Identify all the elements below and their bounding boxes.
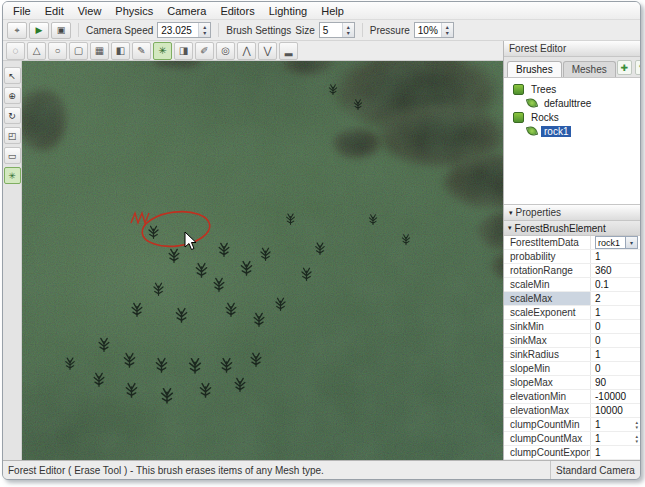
- scale-tool[interactable]: ◰: [4, 127, 21, 144]
- property-row-slopeMin[interactable]: slopeMin0: [504, 362, 640, 376]
- property-value-text[interactable]: 1: [595, 447, 601, 458]
- viewport[interactable]: [22, 61, 503, 460]
- property-row-sinkMin[interactable]: sinkMin0: [504, 320, 640, 334]
- property-value-text[interactable]: 10000: [595, 405, 623, 416]
- paint-fill-tool[interactable]: ◧: [111, 42, 130, 60]
- property-label: probability: [504, 250, 591, 263]
- editor-column: ◌△○▢▦◧✎✳◨✐◎⋀⋁▂ ↖⊕↻◰▭✳: [3, 41, 503, 460]
- menu-file[interactable]: File: [6, 4, 38, 18]
- property-row-sinkRadius[interactable]: sinkRadius1: [504, 348, 640, 362]
- property-value-text[interactable]: 1: [595, 419, 601, 430]
- select-items-tool[interactable]: ✐: [195, 42, 214, 60]
- brush-paint-tool[interactable]: ✎: [132, 42, 151, 60]
- property-row-clumpCountMin[interactable]: clumpCountMin1▴▾: [504, 418, 640, 432]
- vegetation-sprite: [299, 266, 314, 281]
- property-row-sinkMax[interactable]: sinkMax0: [504, 334, 640, 348]
- forest-item-data-dropdown[interactable]: rock1▾: [595, 236, 638, 249]
- translate-tool[interactable]: ⊕: [4, 87, 21, 104]
- vegetation-sprite: [211, 276, 227, 292]
- flatten-tool[interactable]: ▂: [279, 42, 298, 60]
- section-forestbrushelement[interactable]: ▾ ForestBrushElement: [504, 221, 640, 236]
- spinner-arrows-icon[interactable]: ▴▾: [198, 23, 210, 37]
- menu-editors[interactable]: Editors: [213, 4, 261, 18]
- property-row-probability[interactable]: probability1: [504, 250, 640, 264]
- property-value-text[interactable]: -10000: [595, 391, 626, 402]
- property-row-scaleMax[interactable]: scaleMax2: [504, 292, 640, 306]
- property-row-clumpCountExponent[interactable]: clumpCountExponent1: [504, 446, 640, 460]
- select-arrow-tool[interactable]: ↖: [4, 67, 21, 84]
- tab-meshes[interactable]: Meshes: [563, 61, 616, 77]
- erase-selected-tool[interactable]: ◨: [174, 42, 193, 60]
- property-value-text[interactable]: 0: [595, 321, 601, 332]
- property-row-elevationMin[interactable]: elevationMin-10000: [504, 390, 640, 404]
- property-value-text[interactable]: 2: [595, 293, 601, 304]
- spinner-arrows-icon[interactable]: ▴▾: [342, 23, 354, 37]
- menu-camera[interactable]: Camera: [160, 4, 213, 18]
- properties-title[interactable]: ▾ Properties: [504, 205, 640, 221]
- dropdown-arrow-icon[interactable]: ▾: [625, 237, 637, 248]
- tree-node-rock1[interactable]: rock1: [504, 124, 640, 138]
- new-element-icon[interactable]: ✎: [635, 60, 641, 75]
- property-row-scaleMin[interactable]: scaleMin0.1: [504, 278, 640, 292]
- menu-lighting[interactable]: Lighting: [262, 4, 315, 18]
- ruler-tool[interactable]: ▭: [4, 147, 21, 164]
- property-value: 2: [591, 292, 640, 305]
- property-value-text[interactable]: 0: [595, 363, 601, 374]
- property-value-text[interactable]: 1: [595, 433, 601, 444]
- camera-mode[interactable]: Standard Camera: [551, 461, 640, 479]
- brush-tree: TreesdefaulttreeRocksrock1: [504, 78, 640, 205]
- lower-terrain-tool[interactable]: ⋁: [258, 42, 277, 60]
- vegetation-sprite: [121, 351, 138, 368]
- property-label: scaleExponent: [504, 306, 591, 319]
- tree-node-Rocks[interactable]: Rocks: [504, 110, 640, 124]
- stepper-icon[interactable]: ▴▾: [635, 420, 638, 430]
- rotate-tool[interactable]: ↻: [4, 107, 21, 124]
- play-icon[interactable]: ▶: [29, 22, 49, 39]
- property-value-text[interactable]: 1: [595, 251, 601, 262]
- tree-node-Trees[interactable]: Trees: [504, 82, 640, 96]
- raise-terrain-tool[interactable]: ⋀: [237, 42, 256, 60]
- property-value: 1: [591, 306, 640, 319]
- property-value-text[interactable]: 1: [595, 349, 601, 360]
- property-value-text[interactable]: 360: [595, 265, 612, 276]
- property-row-ForestItemData[interactable]: ForestItemDatarock1▾: [504, 236, 640, 250]
- vegetation-sprite: [123, 381, 140, 398]
- terrain-grid-tool[interactable]: ▦: [90, 42, 109, 60]
- cone-tool[interactable]: △: [27, 42, 46, 60]
- menu-view[interactable]: View: [71, 4, 109, 18]
- property-row-clumpCountMax[interactable]: clumpCountMax1▴▾: [504, 432, 640, 446]
- property-value-text[interactable]: 0.1: [595, 279, 609, 290]
- lasso-select-tool[interactable]: ◌: [6, 42, 25, 60]
- property-row-scaleExponent[interactable]: scaleExponent1: [504, 306, 640, 320]
- tree-node-label: Trees: [528, 84, 559, 95]
- brush-outline: [116, 197, 246, 261]
- property-value-text[interactable]: 90: [595, 377, 606, 388]
- application-window: FileEditViewPhysicsCameraEditorsLighting…: [2, 1, 641, 480]
- spinner-arrows-icon[interactable]: ▴▾: [441, 23, 453, 37]
- tab-brushes[interactable]: Brushes: [507, 61, 562, 77]
- stepper-icon[interactable]: ▴▾: [635, 434, 638, 444]
- world-editor-icon[interactable]: ⌖: [7, 22, 27, 39]
- pressure-value: 10%: [415, 23, 441, 37]
- property-row-elevationMax[interactable]: elevationMax10000: [504, 404, 640, 418]
- camera-view-icon[interactable]: ▣: [51, 22, 71, 39]
- property-row-slopeMax[interactable]: slopeMax90: [504, 376, 640, 390]
- property-value: 1: [591, 250, 640, 263]
- sphere-tool[interactable]: ○: [48, 42, 67, 60]
- tree-node-defaulttree[interactable]: defaulttree: [504, 96, 640, 110]
- size-spinner[interactable]: 5 ▴▾: [319, 22, 355, 38]
- menu-edit[interactable]: Edit: [38, 4, 71, 18]
- menu-physics[interactable]: Physics: [108, 4, 160, 18]
- circle-select-tool[interactable]: ◎: [216, 42, 235, 60]
- pressure-spinner[interactable]: 10% ▴▾: [414, 22, 454, 38]
- property-value: 1: [591, 446, 640, 459]
- new-brush-icon[interactable]: ✚: [617, 60, 632, 75]
- camera-speed-spinner[interactable]: 23.025 ▴▾: [157, 22, 211, 38]
- forest-erase-tool[interactable]: ✳: [153, 42, 172, 60]
- menu-help[interactable]: Help: [314, 4, 351, 18]
- property-value-text[interactable]: 0: [595, 335, 601, 346]
- property-value-text[interactable]: 1: [595, 307, 601, 318]
- box-tool[interactable]: ▢: [69, 42, 88, 60]
- forest-brush-tool[interactable]: ✳: [4, 167, 21, 184]
- property-row-rotationRange[interactable]: rotationRange360: [504, 264, 640, 278]
